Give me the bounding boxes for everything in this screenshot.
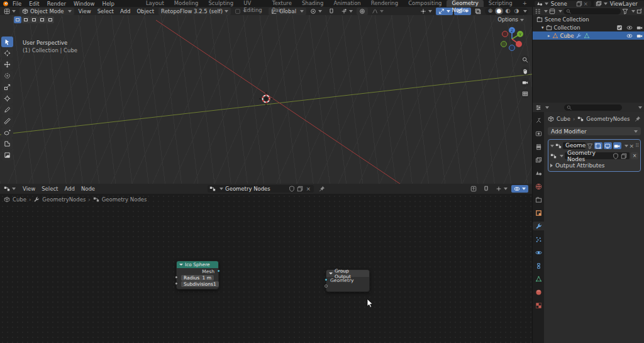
select-mode-subtract-button[interactable] xyxy=(30,16,38,23)
scene-selector[interactable]: Scene × xyxy=(535,1,591,7)
collapse-icon[interactable] xyxy=(329,273,333,274)
viewport-menu-add[interactable]: Add xyxy=(117,8,133,14)
menu-file[interactable]: File xyxy=(9,1,25,7)
fake-user-shield-icon[interactable] xyxy=(289,186,295,192)
outliner-search-input[interactable] xyxy=(564,8,621,14)
pan-view-button[interactable] xyxy=(521,67,530,76)
tool-rotate-button[interactable] xyxy=(1,70,13,81)
add-workspace-button[interactable]: + xyxy=(518,0,532,7)
viewport-3d[interactable]: Options User Perspective (1) Collection … xyxy=(0,15,532,184)
shading-solid-button[interactable]: ● xyxy=(495,8,503,14)
snap-target-dropdown[interactable] xyxy=(338,8,355,15)
tool-select-box-button[interactable] xyxy=(1,37,13,47)
node-group-output[interactable]: Group Output Geometry xyxy=(326,269,370,292)
modifier-extras-dropdown[interactable] xyxy=(625,145,628,147)
outliner-eye-toggle[interactable] xyxy=(626,24,633,31)
properties-tab-particles[interactable] xyxy=(533,235,544,244)
breadcrumb-tree[interactable]: Geometry Nodes xyxy=(102,196,147,203)
node-tree-selector[interactable]: Geometry Nodes × xyxy=(208,185,314,193)
properties-tab-output[interactable] xyxy=(533,142,544,151)
tab-rendering[interactable]: Rendering xyxy=(366,0,403,7)
edit-mode-display-toggle[interactable] xyxy=(594,142,602,149)
outliner-row-collection[interactable]: ▾Collection xyxy=(533,23,644,31)
tab-uv-editing[interactable]: UV Editing xyxy=(238,0,267,7)
breadcrumb-modifier[interactable]: GeometryNodes xyxy=(42,196,86,203)
display-mode-icon[interactable] xyxy=(549,8,555,14)
viewport-menu-view[interactable]: View xyxy=(75,8,94,14)
radius-field[interactable]: Radius1 m xyxy=(181,275,214,281)
properties-editor-icon[interactable] xyxy=(535,104,541,111)
pivot-point-dropdown[interactable] xyxy=(308,8,325,15)
copy-icon[interactable] xyxy=(621,153,627,159)
tab-layout[interactable]: Layout xyxy=(141,0,169,7)
editor-type-selector[interactable] xyxy=(1,8,18,15)
remove-modifier-button[interactable]: × xyxy=(630,143,635,149)
viewport-menu-select[interactable]: Select xyxy=(94,8,117,14)
virtual-input-socket[interactable] xyxy=(325,284,328,288)
tab-animation[interactable]: Animation xyxy=(328,0,365,7)
properties-tab-constraints[interactable] xyxy=(533,261,544,270)
blender-logo-icon[interactable] xyxy=(3,1,9,7)
geometry-node-editor[interactable]: ViewSelectAddNode Geometry Nodes × xyxy=(0,184,532,343)
proportional-falloff-dropdown[interactable] xyxy=(369,8,386,15)
chevron-down-icon[interactable] xyxy=(523,10,527,13)
tab-compositing[interactable]: Compositing xyxy=(403,0,447,7)
properties-tab-scene[interactable] xyxy=(533,169,544,177)
xray-toggle[interactable] xyxy=(472,8,484,15)
node-menu-add[interactable]: Add xyxy=(61,186,77,192)
node-header[interactable]: Group Output xyxy=(326,270,369,277)
subdivisions-field[interactable]: Subdivisions1 xyxy=(181,281,219,287)
outliner-row-scene-collection[interactable]: Scene Collection xyxy=(533,15,644,23)
viewport-menu-object[interactable]: Object xyxy=(133,8,157,14)
show-gizmos-toggle[interactable] xyxy=(436,8,453,15)
select-mode-intersect-button[interactable] xyxy=(47,16,54,23)
node-snap-toggle[interactable] xyxy=(480,185,492,193)
tab-sculpting[interactable]: Sculpting xyxy=(203,0,238,7)
properties-tab-modifiers[interactable] xyxy=(533,222,544,230)
view-layer-selector[interactable]: ViewLayer × xyxy=(594,1,644,7)
menu-help[interactable]: Help xyxy=(98,1,118,7)
properties-search-input[interactable] xyxy=(564,104,622,111)
outliner-camera-toggle[interactable] xyxy=(636,24,643,31)
disclosure-triangle[interactable]: ▾ xyxy=(541,25,544,30)
editor-type-selector[interactable] xyxy=(1,185,18,193)
duplicate-icon[interactable] xyxy=(576,1,582,7)
select-mode-invert-button[interactable] xyxy=(38,16,46,23)
zoom-button[interactable] xyxy=(521,55,530,64)
proportional-editing-toggle[interactable] xyxy=(357,8,368,15)
menu-edit[interactable]: Edit xyxy=(25,1,43,7)
outliner-checkbox-toggle[interactable] xyxy=(616,24,623,31)
properties-tab-render[interactable] xyxy=(533,129,544,138)
select-mode-extend-button[interactable] xyxy=(22,16,30,23)
shading-wireframe-button[interactable]: ⊕ xyxy=(486,8,494,14)
browse-tree-icon[interactable] xyxy=(550,153,557,159)
tab-shading[interactable]: Shading xyxy=(297,0,329,7)
tool-cursor-button[interactable] xyxy=(1,48,13,59)
render-display-toggle[interactable] xyxy=(613,142,621,149)
filter-funnel-icon[interactable] xyxy=(622,8,628,14)
realtime-display-toggle[interactable] xyxy=(604,142,612,149)
collapse-icon[interactable] xyxy=(179,264,183,266)
tool-transform-button[interactable] xyxy=(1,93,13,104)
navigation-gizmo[interactable]: Z Y xyxy=(498,25,526,53)
subdivisions-input-socket[interactable] xyxy=(175,282,178,285)
tool-annotate-button[interactable] xyxy=(1,104,13,115)
select-mode-set-button[interactable] xyxy=(14,16,21,23)
properties-tab-object-data[interactable] xyxy=(533,274,544,283)
outliner-editor-icon[interactable] xyxy=(535,8,541,14)
tab-texture-paint[interactable]: Texture Paint xyxy=(267,0,297,7)
tree-name-field[interactable]: Geometry Nodes xyxy=(565,152,630,159)
disclosure-triangle[interactable]: ▸ xyxy=(548,33,550,38)
node-menu-select[interactable]: Select xyxy=(38,186,61,192)
toggle-ortho-button[interactable] xyxy=(521,89,530,98)
properties-tab-world[interactable] xyxy=(533,182,544,191)
options-button[interactable]: Options xyxy=(494,16,527,23)
breadcrumb-modifier[interactable]: GeometryNodes xyxy=(586,116,630,122)
properties-tab-material[interactable] xyxy=(533,288,544,296)
breadcrumb-object[interactable]: Cube xyxy=(557,116,570,122)
properties-tab-physics[interactable] xyxy=(533,248,544,257)
camera-view-button[interactable] xyxy=(521,78,530,87)
tab-geometry-nodes[interactable]: Geometry Nodes xyxy=(447,0,483,7)
node-menu-view[interactable]: View xyxy=(19,186,38,192)
menu-window[interactable]: Window xyxy=(70,1,99,7)
